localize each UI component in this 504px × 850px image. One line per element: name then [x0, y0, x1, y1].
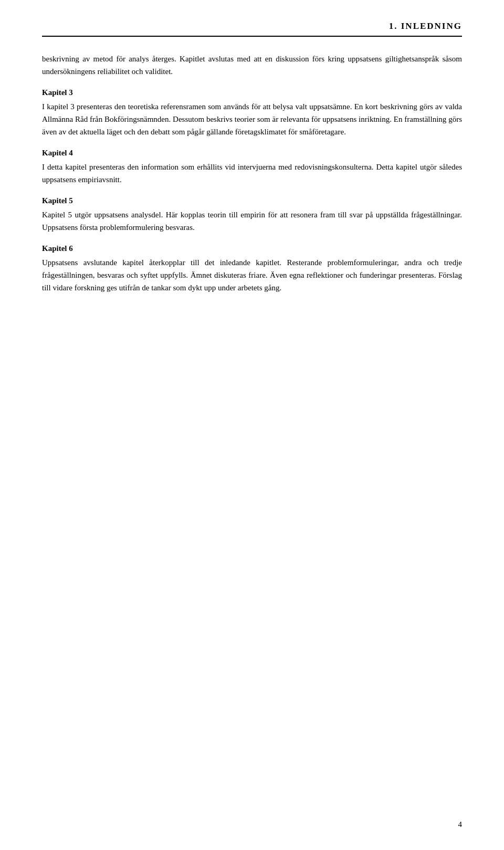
kapitel4-heading: Kapitel 4: [42, 149, 462, 158]
kapitel5-heading: Kapitel 5: [42, 196, 462, 205]
chapter-title: 1. INLEDNING: [389, 21, 462, 32]
kapitel3-body: I kapitel 3 presenteras den teoretiska r…: [42, 100, 462, 138]
kapitel6-body: Uppsatsens avslutande kapitel återkoppla…: [42, 256, 462, 294]
intro-paragraph: beskrivning av metod för analys återges.…: [42, 53, 462, 78]
page-number: 4: [458, 820, 463, 829]
kapitel3-heading: Kapitel 3: [42, 88, 462, 97]
page: 1. INLEDNING beskrivning av metod för an…: [0, 0, 504, 850]
page-header: 1. INLEDNING: [42, 21, 462, 37]
kapitel4-body: I detta kapitel presenteras den informat…: [42, 161, 462, 186]
kapitel6-heading: Kapitel 6: [42, 244, 462, 253]
kapitel5-body: Kapitel 5 utgör uppsatsens analysdel. Hä…: [42, 208, 462, 234]
